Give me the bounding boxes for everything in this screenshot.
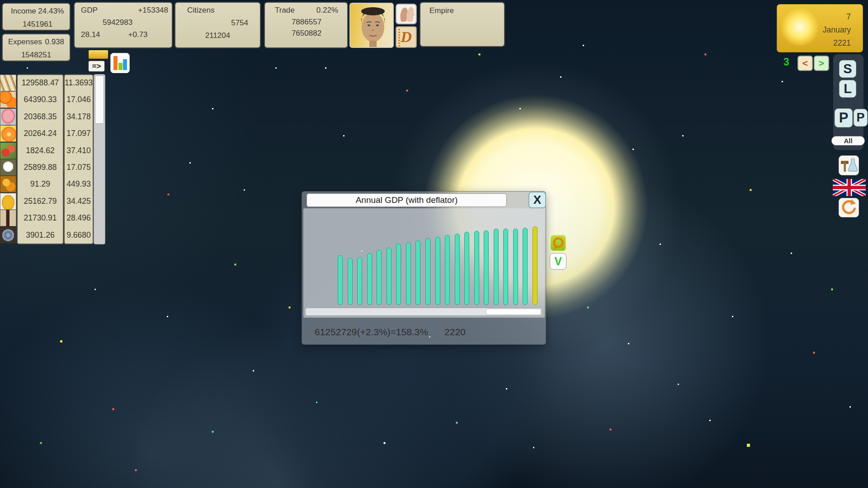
- gdp-per-capita-change: +0.73: [128, 30, 148, 39]
- commodity-row[interactable]: 20264.2417.097: [0, 125, 94, 142]
- expenses-panel[interactable]: Expenses 0.938 1548251: [2, 33, 71, 61]
- leader-portrait[interactable]: [349, 3, 394, 48]
- commodity-row[interactable]: 25162.7934.425: [0, 193, 94, 210]
- transfer-button[interactable]: =>: [88, 60, 105, 72]
- commodity-quantity: 129588.47: [18, 75, 62, 91]
- game-screen: Income 24.43% 1451961 Expenses 0.938 154…: [0, 0, 868, 488]
- speed-up-button[interactable]: >: [814, 56, 829, 71]
- commodity-row[interactable]: 64390.3317.046: [0, 91, 94, 108]
- commodity-icon-apples[interactable]: [0, 142, 16, 159]
- commodity-icon-oranges[interactable]: [0, 91, 16, 108]
- date-year: 2221: [823, 37, 851, 50]
- expenses-label: Expenses: [8, 38, 42, 47]
- map-mode-s-button[interactable]: S: [839, 60, 856, 78]
- commodity-price: 28.496: [65, 210, 93, 226]
- map-mode-p2-button[interactable]: P: [854, 109, 868, 127]
- gdp-bar: [513, 229, 518, 305]
- citizens-panel[interactable]: Citizens 5754 211204: [175, 2, 261, 48]
- commodity-price: 37.410: [65, 142, 93, 159]
- commodity-price: 17.075: [65, 159, 93, 176]
- refresh-button[interactable]: [839, 198, 859, 217]
- gdp-panel[interactable]: GDP +153348 5942983 28.14 +0.73: [74, 2, 173, 48]
- commodity-row[interactable]: 25899.8817.075: [0, 159, 94, 176]
- gdp-bar: [406, 242, 411, 305]
- commodity-icon-orange-slices[interactable]: [0, 125, 16, 142]
- chart-scrollbar-handle[interactable]: [486, 309, 541, 315]
- commodity-icon-meat[interactable]: [0, 108, 16, 125]
- diplomacy-button[interactable]: D: [396, 26, 417, 48]
- map-mode-l-button[interactable]: L: [839, 80, 856, 98]
- gdp-bar: [484, 230, 489, 305]
- profile-faces-icon: [396, 5, 416, 23]
- starfield: [0, 0, 0, 0]
- d-button-dots: [398, 29, 400, 47]
- commodity-icon-pottery[interactable]: [0, 227, 16, 244]
- game-speed-value: 3: [783, 56, 793, 68]
- commodity-list-scrollbar[interactable]: [94, 74, 105, 244]
- commodity-row[interactable]: 1824.6237.410: [0, 142, 94, 159]
- trade-pct: 0.22%: [316, 6, 338, 15]
- gdp-bar: [455, 234, 460, 305]
- commodity-row[interactable]: 20368.3534.178: [0, 108, 94, 125]
- commodity-icon-wine[interactable]: [0, 210, 16, 226]
- gdp-year-label: 2220: [444, 327, 466, 338]
- commodity-row[interactable]: 91.29449.93: [0, 176, 94, 192]
- language-flag-button[interactable]: [833, 179, 866, 196]
- commodity-icon-wheat[interactable]: [0, 75, 16, 91]
- gdp-label: GDP: [81, 6, 98, 15]
- leader-face-icon: [350, 4, 393, 47]
- expenses-value: 1548251: [8, 51, 64, 60]
- speed-down-button[interactable]: <: [797, 56, 813, 71]
- cycle-chart-button[interactable]: [550, 235, 566, 252]
- map-mode-p1-button[interactable]: P: [835, 108, 853, 127]
- gdp-bar-current: [533, 226, 538, 305]
- commodity-row[interactable]: 3901.269.6680: [0, 227, 94, 244]
- commodity-row[interactable]: 21730.9128.496: [0, 210, 94, 226]
- date-month: January: [823, 23, 851, 37]
- gdp-bar: [435, 237, 440, 305]
- chart-scrollbar[interactable]: [305, 308, 542, 316]
- commodity-price: 11.3693: [65, 75, 93, 91]
- commodity-icon-amber[interactable]: [0, 176, 16, 192]
- commodity-price: 34.425: [65, 193, 93, 210]
- population-faces-button[interactable]: [396, 4, 417, 24]
- trade-value1: 7886557: [275, 18, 338, 27]
- citizens-secondary: 211204: [187, 31, 248, 40]
- gdp-bar: [503, 229, 508, 305]
- date-day: 7: [823, 10, 851, 23]
- commodity-quantity: 91.29: [18, 176, 62, 192]
- commodity-icon-clothing[interactable]: [0, 193, 16, 210]
- gdp-dialog: Annual GDP (with deflator) X 61252729(+2…: [302, 191, 546, 345]
- gdp-bar: [425, 238, 430, 305]
- commodity-quantity: 25899.88: [18, 159, 62, 176]
- date-panel: 7 January 2221: [777, 4, 863, 52]
- gdp-bar: [387, 248, 392, 305]
- map-mode-all-button[interactable]: All: [831, 136, 865, 145]
- empire-panel[interactable]: Empire: [420, 2, 505, 47]
- statistics-chart-button[interactable]: [110, 53, 130, 73]
- expenses-ratio: 0.938: [45, 38, 64, 47]
- commodity-quantity: 1824.62: [18, 142, 62, 159]
- income-label: Income: [11, 7, 36, 16]
- gdp-bar: [338, 255, 343, 305]
- commodity-quantity: 20264.24: [18, 125, 62, 142]
- gdp-bar: [396, 244, 401, 305]
- commodity-scrollbar-handle[interactable]: [95, 75, 104, 124]
- close-button[interactable]: X: [528, 192, 546, 208]
- research-button[interactable]: [839, 155, 859, 175]
- trade-value2: 7650882: [275, 29, 338, 38]
- gold-indicator-button[interactable]: [89, 50, 108, 59]
- commodity-icon-cotton[interactable]: [0, 159, 16, 176]
- citizens-count: 5754: [187, 19, 248, 28]
- commodity-row[interactable]: 129588.4711.3693: [0, 75, 94, 91]
- gdp-status-text: 61252729(+2.3%)=158.3%: [315, 327, 428, 338]
- commodity-price: 17.097: [65, 125, 93, 142]
- gdp-bar: [348, 258, 353, 305]
- values-toggle-button[interactable]: V: [550, 253, 566, 270]
- trade-panel[interactable]: Trade 0.22% 7886557 7650882: [264, 2, 348, 48]
- trade-label: Trade: [275, 6, 295, 15]
- refresh-circular-arrow-icon: [839, 198, 859, 217]
- gdp-bar: [523, 228, 528, 305]
- income-panel[interactable]: Income 24.43% 1451961: [2, 3, 71, 31]
- gdp-per-capita: 28.14: [81, 30, 100, 39]
